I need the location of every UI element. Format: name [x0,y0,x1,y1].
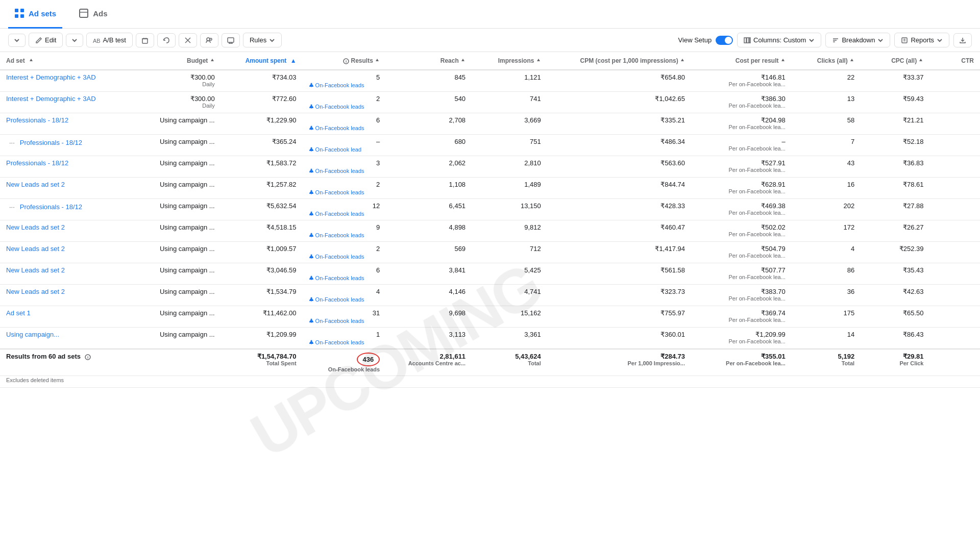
cell-ctr-empty [929,306,980,328]
lead-type: On-Facebook leads [309,232,380,238]
cell-impressions: 5,425 [472,263,547,285]
cell-impressions: 15,162 [472,306,547,328]
footer-info-icon[interactable]: i [85,354,91,360]
cell-budget: Using campaign ... [138,178,221,199]
col-impressions[interactable]: Impressions [472,52,547,70]
adset-name-link[interactable]: Ad set 1 [6,309,31,317]
export-button[interactable] [953,33,972,47]
table-row: Interest + Demographic + 3AD ₹300.00 Dai… [0,70,980,92]
col-results[interactable]: i Results [303,52,386,70]
cell-reach: 680 [386,135,472,156]
undo-button[interactable] [157,33,176,47]
table-row: New Leads ad set 2 Using campaign ... ₹1… [0,178,980,199]
cell-cpc: ₹35.43 [861,263,929,285]
svg-rect-1 [20,9,24,12]
ab-test-button[interactable]: AB A/B test [86,33,133,47]
columns-icon [744,37,751,44]
cell-cpm: ₹428.33 [547,199,691,220]
sort-icon [29,58,34,63]
rules-button[interactable]: Rules [243,33,282,47]
cell-amount-spent: ₹4,518.15 [221,220,303,242]
cell-amount-spent: ₹1,534.79 [221,285,303,306]
breakdown-button[interactable]: Breakdown [825,33,890,47]
cell-impressions: 751 [472,135,547,156]
reports-button[interactable]: Reports [894,33,949,47]
cell-cpc: ₹86.43 [861,328,929,349]
results-highlight: 436 [357,353,380,366]
chevron-down-icon [14,37,20,43]
table-row: New Leads ad set 2 Using campaign ... ₹3… [0,263,980,285]
adset-name-link[interactable]: New Leads ad set 2 [6,288,65,295]
toolbar: Edit AB A/B test Rules View Setup Column… [0,29,980,52]
cell-clicks: 7 [792,135,861,156]
cell-adset-name: Interest + Demographic + 3AD [0,92,138,113]
cell-ctr-empty [929,156,980,178]
col-clicks[interactable]: Clicks (all) [792,52,861,70]
col-amount-spent[interactable]: Amount spent ▲ [221,52,303,70]
reports-label: Reports [911,36,934,44]
tab-ads[interactable]: Ads [72,0,113,29]
adset-name-link[interactable]: New Leads ad set 2 [6,245,65,253]
table-container[interactable]: Ad set Budget Amount spent ▲ i Results [0,52,980,548]
col-adset[interactable]: Ad set [0,52,138,70]
cell-clicks: 172 [792,220,861,242]
lead-type: On-Facebook leads [309,82,380,88]
col-reach[interactable]: Reach [386,52,472,70]
columns-button[interactable]: Columns: Custom [737,33,821,47]
more-btn[interactable]: ··· [6,202,18,212]
col-cost-per-result[interactable]: Cost per result [691,52,792,70]
cell-adset-name: New Leads ad set 2 [0,220,138,242]
footer-reach: 2,81,611 Accounts Centre ac... [386,349,472,376]
breakdown-icon [832,37,839,44]
cell-ctr-empty [929,285,980,306]
col-cpc[interactable]: CPC (all) [861,52,929,70]
adset-name-link[interactable]: Using campaign... [6,331,59,338]
table-row: Ad set 1 Using campaign ... ₹11,462.00 3… [0,306,980,328]
adset-name-link[interactable]: Professionals - 18/12 [20,203,82,211]
svg-point-13 [207,38,210,41]
cell-cpm: ₹561.58 [547,263,691,285]
cell-reach: 3,113 [386,328,472,349]
discard-button[interactable] [179,33,197,47]
svg-point-14 [210,38,212,40]
cell-reach: 2,062 [386,156,472,178]
delete-button[interactable] [136,33,154,47]
adset-name-link[interactable]: New Leads ad set 2 [6,181,65,188]
cell-reach: 4,146 [386,285,472,306]
adset-name-link[interactable]: Professionals - 18/12 [6,159,68,167]
cell-impressions: 1,121 [472,70,547,92]
cell-results: 3 On-Facebook leads [303,156,386,178]
clicks-sort-icon [849,58,854,63]
edit-dropdown-btn[interactable] [66,34,83,47]
col-budget[interactable]: Budget [138,52,221,70]
adset-name-link[interactable]: Interest + Demographic + 3AD [6,95,96,103]
cell-budget: Using campaign ... [138,113,221,135]
rules-chevron-icon [269,37,275,43]
svg-point-35 [310,190,312,192]
cell-impressions: 3,361 [472,328,547,349]
cell-amount-spent: ₹1,229.90 [221,113,303,135]
tab-adsets[interactable]: Ad sets [8,0,62,29]
cell-clicks: 86 [792,263,861,285]
adset-name-link[interactable]: Interest + Demographic + 3AD [6,73,96,81]
reports-chevron-icon [937,37,943,43]
preview-button[interactable] [222,33,240,47]
cell-cost-per-result: ₹146.81 Per on-Facebook lea... [691,70,792,92]
audience-button[interactable] [200,33,218,47]
edit-button[interactable]: Edit [29,33,63,47]
more-btn[interactable]: ··· [6,138,18,147]
view-setup-toggle[interactable] [716,36,733,45]
table-body: Interest + Demographic + 3AD ₹300.00 Dai… [0,70,980,349]
cell-cost-per-result: ₹204.98 Per on-Facebook lea... [691,113,792,135]
cell-cost-per-result: ₹469.38 Per on-Facebook lea... [691,199,792,220]
cell-adset-name: New Leads ad set 2 [0,263,138,285]
adset-name-link[interactable]: New Leads ad set 2 [6,266,65,274]
col-cpm[interactable]: CPM (cost per 1,000 impressions) [547,52,691,70]
dropdown-btn[interactable] [8,34,26,47]
adset-name-link[interactable]: Professionals - 18/12 [6,116,68,124]
adset-name-link[interactable]: New Leads ad set 2 [6,223,65,231]
adset-name-link[interactable]: Professionals - 18/12 [20,139,82,146]
cell-budget: Using campaign ... [138,135,221,156]
col-ctr[interactable]: CTR [929,52,980,70]
impressions-sort-icon [536,58,541,63]
